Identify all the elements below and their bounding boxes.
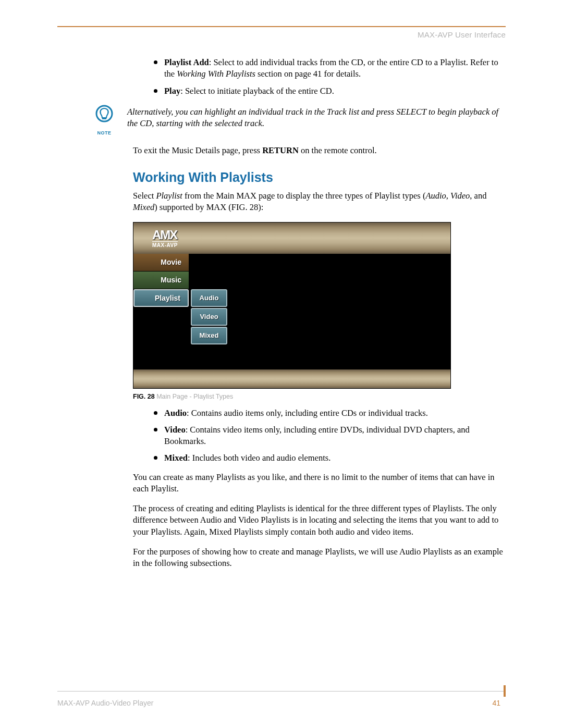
page-number: 41 — [492, 699, 506, 707]
footer-rule-accent — [504, 685, 506, 697]
bullet-label: Mixed — [164, 453, 188, 463]
footer-rule — [57, 691, 504, 692]
paragraph: To exit the Music Details page, press RE… — [133, 145, 506, 156]
nav-column: Movie Music Playlist — [133, 254, 189, 307]
bullet-text: : Includes both video and audio elements… — [188, 453, 331, 463]
note-label: NOTE — [94, 130, 115, 135]
logo-text: AMX — [152, 228, 178, 242]
submenu-mixed[interactable]: Mixed — [191, 327, 227, 344]
bullet-text: : Select to initiate playback of the ent… — [180, 86, 334, 96]
text-bold: RETURN — [262, 145, 299, 155]
figure-screenshot: AMX MAX-AVP Movie Music Playlist Audio V… — [133, 222, 451, 389]
nav-item-movie[interactable]: Movie — [133, 254, 189, 272]
text: ) supported by MAX (FIG. 28): — [154, 202, 263, 212]
text: from the Main MAX page to display the th… — [182, 191, 426, 201]
nav-item-music[interactable]: Music — [133, 272, 189, 289]
text-italic: Mixed — [133, 202, 154, 212]
bullet-label: Video — [164, 425, 186, 435]
list-item: Play: Select to initiate playback of the… — [154, 85, 506, 97]
text: on the remote control. — [299, 145, 377, 155]
bullet-text-italic: Working With Playlists — [177, 69, 255, 79]
bullet-list-types: Audio: Contains audio items only, includ… — [154, 408, 506, 464]
submenu-column: Audio Video Mixed — [191, 289, 227, 346]
section-heading: Working With Playlists — [133, 170, 506, 185]
caption-text: Main Page - Playlist Types — [155, 393, 234, 400]
paragraph: You can create as many Playlists as you … — [133, 472, 506, 495]
header-rule — [57, 26, 506, 27]
list-item: Audio: Contains audio items only, includ… — [154, 408, 506, 419]
submenu-video[interactable]: Video — [191, 308, 227, 326]
paragraph: For the purposes of showing how to creat… — [133, 546, 506, 570]
list-item: Mixed: Includes both video and audio ele… — [154, 452, 506, 464]
paragraph: Select Playlist from the Main MAX page t… — [133, 190, 506, 214]
text-italic: Audio, Video — [425, 191, 470, 201]
bullet-text: section on page 41 for details. — [255, 69, 361, 79]
note-block: NOTE Alternatively, you can highlight an… — [94, 104, 506, 135]
amx-logo: AMX MAX-AVP — [152, 228, 178, 248]
text-italic: Playlist — [156, 191, 182, 201]
bullet-text: : Contains audio items only, including e… — [187, 408, 428, 418]
bullet-label: Play — [164, 86, 180, 96]
text: , and — [470, 191, 486, 201]
text: To exit the Music Details page, press — [133, 145, 262, 155]
note-text: Alternatively, you can highlight an indi… — [127, 104, 506, 130]
caption-label: FIG. 28 — [133, 393, 155, 400]
submenu-audio[interactable]: Audio — [191, 289, 227, 307]
logo-subtext: MAX-AVP — [152, 241, 178, 248]
figure-body: Movie Music Playlist Audio Video Mixed — [133, 254, 450, 369]
footer: MAX-AVP Audio-Video Player 41 — [57, 685, 506, 707]
figure-header-bar: AMX MAX-AVP — [133, 223, 450, 254]
bullet-label: Playlist Add — [164, 57, 209, 67]
figure-caption: FIG. 28 Main Page - Playlist Types — [133, 393, 506, 400]
footer-title: MAX-AVP Audio-Video Player — [57, 699, 153, 707]
nav-item-playlist[interactable]: Playlist — [133, 289, 189, 307]
bullet-list-top: Playlist Add: Select to add individual t… — [154, 57, 506, 97]
tip-icon: NOTE — [94, 104, 115, 135]
bullet-label: Audio — [164, 408, 187, 418]
paragraph: The process of creating and editing Play… — [133, 503, 506, 538]
text: Select — [133, 191, 156, 201]
figure-footer-bar — [133, 369, 450, 388]
bullet-text: : Contains video items only, including e… — [164, 425, 470, 446]
header-title: MAX-AVP User Interface — [57, 30, 506, 39]
list-item: Video: Contains video items only, includ… — [154, 424, 506, 448]
list-item: Playlist Add: Select to add individual t… — [154, 57, 506, 80]
